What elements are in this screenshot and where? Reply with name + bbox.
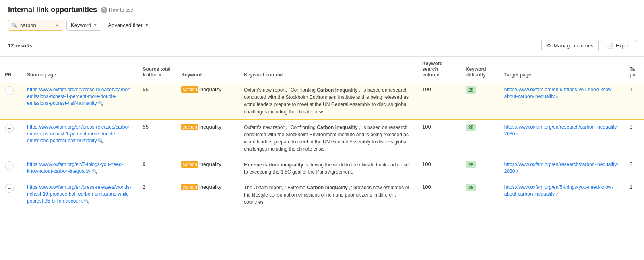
source-search-icon: 🔍	[98, 138, 103, 143]
table-row: −https://www.oxfam.org/en/5-things-you-n…	[0, 157, 644, 180]
row-minus-button[interactable]: −	[5, 86, 14, 95]
search-input[interactable]	[20, 22, 52, 28]
volume-value: 100	[422, 124, 431, 130]
table-row: −https://www.oxfam.org/en/press-releases…	[0, 82, 644, 120]
source-page-link[interactable]: https://www.oxfam.org/en/press-releases/…	[27, 87, 132, 106]
traffic-value: 9	[143, 161, 146, 167]
keyword-rest: inequality	[199, 184, 221, 190]
difficulty-badge: 28	[466, 124, 476, 131]
keyword-dropdown-arrow: ▼	[93, 23, 97, 27]
external-link-icon: ➚	[555, 192, 559, 197]
keyword-dropdown[interactable]: Keyword ▼	[66, 20, 101, 31]
table-row: −https://www.oxfam.org/en/press-releases…	[0, 120, 644, 157]
keyword-context-text: Extreme carbon inequality is driving the…	[244, 162, 409, 175]
export-icon: 📄	[607, 43, 613, 49]
target-page-link[interactable]: https://www.oxfam.org/en/5-things-you-ne…	[504, 87, 613, 99]
results-count: 12 results	[8, 43, 33, 49]
results-actions: ⚙ Manage columns 📄 Export	[541, 40, 636, 51]
keyword-rest: inequality	[199, 161, 221, 167]
how-to-use-link[interactable]: ? How to use	[101, 7, 133, 13]
source-page-link[interactable]: https://www.oxfam.org/en/press-releases/…	[27, 184, 131, 204]
col-header-difficulty: Keyword difficulty	[461, 57, 500, 82]
keyword-cell: carbon inequality	[181, 124, 234, 130]
keyword-cell: carbon inequality	[181, 184, 234, 190]
keyword-highlight: carbon	[181, 86, 198, 93]
table-row: −https://www.oxfam.org/en/press-releases…	[0, 180, 644, 210]
keyword-context-text: Oxfam's new report, ' Confronting Carbon…	[244, 87, 409, 115]
row-minus-button[interactable]: −	[5, 184, 14, 193]
col-header-traffic[interactable]: Source total traffic ▼	[138, 57, 177, 82]
sort-arrow-traffic: ▼	[158, 73, 162, 77]
col-header-context: Keyword context	[239, 57, 417, 82]
external-link-icon: ➚	[516, 132, 519, 136]
source-page-link[interactable]: https://www.oxfam.org/en/5-things-you-ne…	[27, 162, 123, 174]
manage-columns-button[interactable]: ⚙ Manage columns	[541, 40, 599, 51]
volume-value: 100	[422, 161, 431, 167]
ta-value: 1	[630, 86, 632, 92]
results-table-wrapper: PR Source page Source total traffic ▼ Ke…	[0, 57, 644, 210]
col-header-source: Source page	[22, 57, 138, 82]
col-header-ta: Ta po	[625, 57, 644, 82]
external-link-icon: ➚	[516, 169, 519, 174]
search-icon: 🔍	[12, 23, 18, 28]
keyword-context-text: Oxfam's new report, ' Confronting Carbon…	[244, 125, 409, 152]
col-header-keyword: Keyword	[176, 57, 239, 82]
keyword-highlight: carbon	[181, 124, 198, 130]
advanced-filter-button[interactable]: Advanced filter ▼	[105, 20, 152, 30]
row-minus-button[interactable]: −	[5, 124, 14, 133]
volume-value: 100	[422, 184, 431, 190]
keyword-dropdown-label: Keyword	[71, 22, 91, 28]
traffic-value: 55	[143, 124, 149, 130]
advanced-filter-arrow: ▼	[144, 23, 149, 27]
source-search-icon: 🔍	[98, 101, 103, 106]
traffic-value: 55	[143, 86, 149, 92]
target-page-link[interactable]: https://www.oxfam.org/en/research/carbon…	[504, 124, 618, 137]
export-button[interactable]: 📄 Export	[602, 40, 636, 51]
col-header-volume: Keyword search volume	[417, 57, 461, 82]
ta-value: 3	[630, 161, 632, 167]
col-header-target: Target page	[500, 57, 625, 82]
keyword-rest: inequality	[199, 124, 221, 130]
how-to-use-label: How to use	[109, 7, 133, 13]
clear-search-button[interactable]: ✕	[55, 23, 60, 28]
target-page-link[interactable]: https://www.oxfam.org/en/research/carbon…	[504, 162, 618, 174]
ta-value: 1	[630, 184, 632, 190]
advanced-filter-label: Advanced filter	[108, 22, 142, 28]
search-box: 🔍 ✕	[8, 20, 63, 31]
external-link-icon: ➚	[555, 94, 559, 99]
keyword-rest: inequality	[199, 86, 221, 92]
page-title: Internal link opportunities	[8, 6, 97, 14]
keyword-context-text: The Oxfam report, " Extreme Carbon Inequ…	[244, 185, 409, 205]
results-bar: 12 results ⚙ Manage columns 📄 Export	[0, 35, 644, 57]
difficulty-badge: 28	[466, 184, 476, 191]
keyword-highlight: carbon	[181, 184, 198, 190]
ta-value: 3	[630, 124, 632, 130]
difficulty-badge: 28	[466, 161, 476, 168]
export-label: Export	[615, 43, 631, 49]
help-icon: ?	[101, 7, 107, 13]
target-page-link[interactable]: https://www.oxfam.org/en/5-things-you-ne…	[504, 184, 613, 197]
table-header-row: PR Source page Source total traffic ▼ Ke…	[0, 57, 644, 82]
keyword-cell: carbon inequality	[181, 86, 234, 93]
keyword-highlight: carbon	[181, 161, 198, 168]
results-table: PR Source page Source total traffic ▼ Ke…	[0, 57, 644, 210]
filter-bar: 🔍 ✕ Keyword ▼ Advanced filter ▼	[8, 20, 636, 31]
source-search-icon: 🔍	[92, 169, 97, 174]
col-header-pr: PR	[0, 57, 22, 82]
keyword-cell: carbon inequality	[181, 161, 234, 168]
difficulty-badge: 28	[466, 86, 476, 94]
volume-value: 100	[422, 86, 431, 92]
traffic-value: 2	[143, 184, 146, 190]
source-search-icon: 🔍	[84, 199, 89, 203]
row-minus-button[interactable]: −	[5, 161, 14, 170]
gear-icon: ⚙	[547, 43, 551, 49]
source-page-link[interactable]: https://www.oxfam.org/en/press-releases/…	[27, 124, 132, 143]
manage-columns-label: Manage columns	[553, 43, 593, 49]
